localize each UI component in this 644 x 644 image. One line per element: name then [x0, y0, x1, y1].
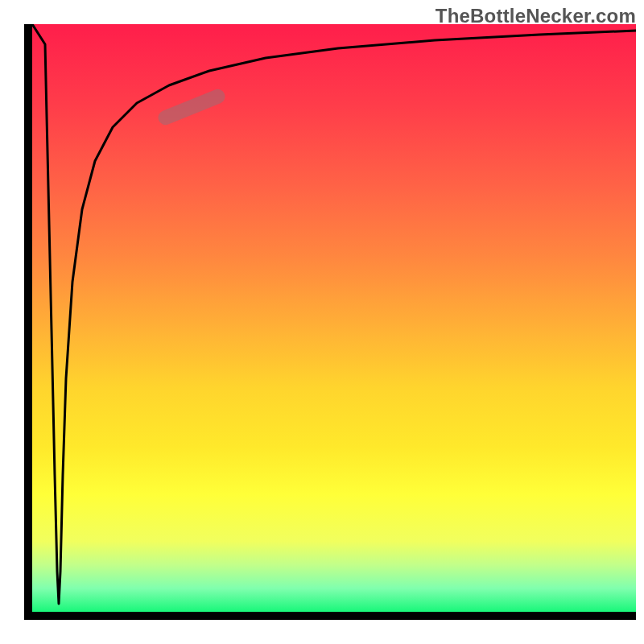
chart-container: TheBottleNecker.com [0, 0, 644, 644]
x-axis [24, 612, 636, 620]
curve-path [32, 24, 636, 604]
bottleneck-curve [32, 24, 636, 612]
y-axis [24, 24, 32, 620]
source-watermark: TheBottleNecker.com [436, 5, 636, 27]
